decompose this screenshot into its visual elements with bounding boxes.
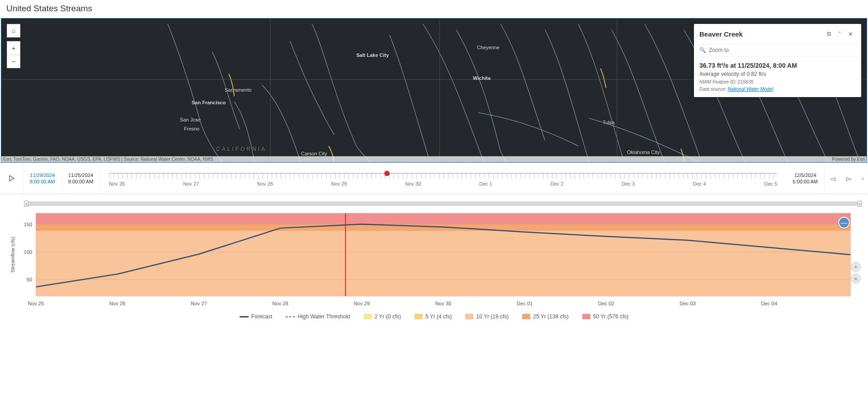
close-icon: ✕: [848, 31, 853, 37]
expand-toggle[interactable]: »: [857, 163, 868, 194]
legend-forecast: Forecast: [240, 313, 273, 320]
svg-text:100: 100: [24, 249, 32, 255]
close-button[interactable]: ✕: [845, 28, 856, 39]
svg-text:Nov 25: Nov 25: [28, 301, 44, 306]
hydrograph: 50100150Streamflow (cfs)Nov 25Nov 26Nov …: [8, 210, 860, 310]
svg-text:Nov 30: Nov 30: [435, 301, 452, 306]
step-forward-icon: ▻: [846, 174, 852, 183]
home-button[interactable]: ⌂: [7, 24, 20, 37]
hydrograph-panel: || || 50100150Streamflow (cfs)Nov 25Nov …: [0, 194, 868, 326]
svg-text:50: 50: [27, 277, 33, 282]
svg-marker-1: [9, 176, 14, 181]
chart-minimize-button[interactable]: —: [838, 217, 850, 228]
svg-text:Nov 28: Nov 28: [272, 301, 288, 306]
range-handle-left[interactable]: ||: [24, 201, 28, 207]
map[interactable]: Wichita Salt Lake City Cheyenne Tulsa Ok…: [1, 18, 867, 163]
start-time-display: 11/25/20248:00:00 AM: [62, 163, 100, 194]
svg-text:Nov 27: Nov 27: [191, 301, 207, 306]
chevron-double-icon: »: [861, 176, 864, 181]
chart-menu[interactable]: ≡: [851, 274, 861, 284]
zoom-in-button[interactable]: +: [7, 41, 20, 55]
step-forward-button[interactable]: ▻: [841, 163, 857, 194]
time-slider: 11/29/20248:00:00 AM 11/25/20248:00:00 A…: [0, 163, 868, 194]
zoom-to-button[interactable]: 🔍 Zoom to: [694, 44, 861, 56]
svg-text:Dec 03: Dec 03: [679, 301, 696, 306]
chart-range-slider[interactable]: || ||: [26, 201, 860, 206]
powered-by: Powered by Esri: [832, 157, 865, 162]
step-back-icon: ◅: [830, 174, 835, 183]
chart-legend: Forecast High Water Threshold 2 Yr (0 cf…: [8, 310, 860, 322]
svg-text:Streamflow (cfs): Streamflow (cfs): [10, 237, 15, 273]
svg-text:Nov 29: Nov 29: [354, 301, 370, 306]
svg-text:150: 150: [24, 222, 32, 227]
slider-labels: Nov 26Nov 27Nov 28Nov 29Nov 30Dec 1Dec 2…: [109, 181, 777, 187]
legend-5yr: 5 Yr (4 cfs): [415, 313, 452, 320]
minimize-icon: —: [841, 219, 847, 226]
svg-text:Nov 26: Nov 26: [109, 301, 126, 306]
data-source: Data source: National Water Model: [699, 86, 856, 92]
velocity-reading: Average velocity of 0.82 ft/s: [699, 71, 856, 77]
svg-text:Dec 01: Dec 01: [517, 301, 533, 306]
end-time-display: 12/5/20245:00:00 AM: [786, 163, 825, 194]
collapse-button[interactable]: ˄: [834, 28, 845, 39]
flow-reading: 36.73 ft³/s at 11/25/2024, 8:00 AM: [699, 62, 856, 69]
svg-rect-4: [36, 213, 850, 224]
dock-icon: ⧉: [827, 30, 831, 37]
attribution-text: Esri, TomTom, Garmin, FAO, NOAA, USGS, E…: [3, 157, 213, 162]
step-back-button[interactable]: ◅: [825, 163, 841, 194]
feature-popup: Beaver Creek ⧉ ˄ ✕ 🔍 Zoom to 36.73 ft³/s…: [694, 24, 861, 97]
slider-ticks: [109, 174, 777, 179]
home-icon: ⌂: [12, 27, 15, 34]
play-button[interactable]: [0, 163, 24, 194]
legend-25yr: 25 Yr (138 cfs): [522, 313, 568, 320]
slider-handle[interactable]: [384, 171, 390, 176]
popup-title: Beaver Creek: [699, 30, 823, 38]
legend-2yr: 2 Yr (0 cfs): [364, 313, 401, 320]
current-time-display: 11/29/20248:00:00 AM: [24, 163, 62, 194]
plus-icon: +: [12, 45, 15, 52]
zoom-out-button[interactable]: −: [7, 55, 20, 68]
slider-track: [109, 173, 777, 174]
svg-text:Dec 02: Dec 02: [598, 301, 614, 306]
chevron-up-icon: ˄: [838, 31, 841, 37]
legend-hwt: High Water Threshold: [286, 313, 350, 320]
feature-id: NWM Feature ID: 215635: [699, 79, 856, 84]
minus-icon: −: [12, 58, 15, 65]
data-source-link[interactable]: National Water Model: [727, 86, 773, 92]
play-icon: [8, 175, 15, 182]
chart-zoom-reset[interactable]: =: [851, 262, 861, 272]
legend-50yr: 50 Yr (576 cfs): [582, 313, 628, 320]
page-title: United States Streams: [0, 0, 868, 18]
legend-10yr: 10 Yr (19 cfs): [465, 313, 509, 320]
magnifier-icon: 🔍: [699, 47, 706, 53]
dock-button[interactable]: ⧉: [823, 28, 834, 39]
range-handle-right[interactable]: ||: [858, 201, 862, 207]
attribution-bar: Esri, TomTom, Garmin, FAO, NOAA, USGS, E…: [1, 156, 867, 162]
svg-text:Dec 04: Dec 04: [761, 301, 777, 306]
time-track[interactable]: Nov 26Nov 27Nov 28Nov 29Nov 30Dec 1Dec 2…: [100, 163, 786, 194]
zoom-to-label: Zoom to: [709, 47, 729, 53]
